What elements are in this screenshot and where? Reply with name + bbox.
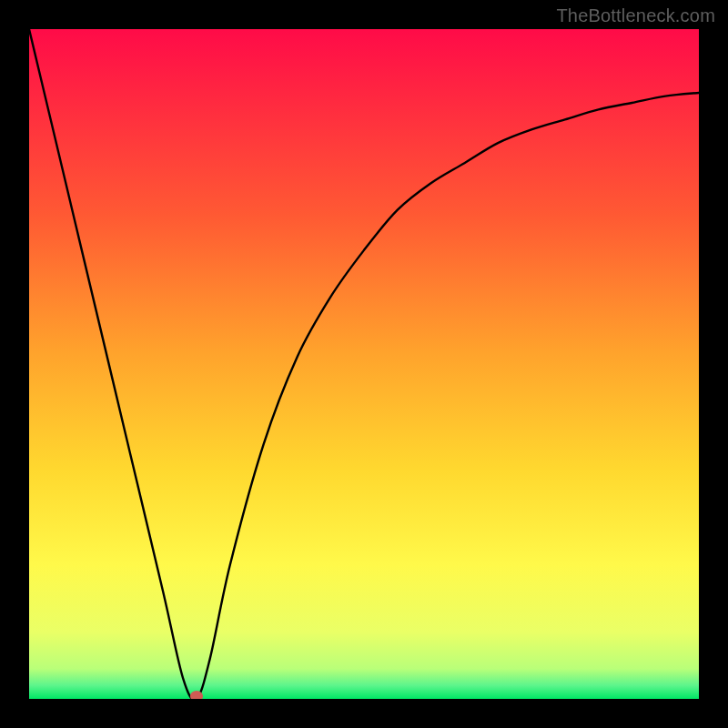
optimal-point-marker	[190, 691, 203, 699]
chart-frame: TheBottleneck.com	[0, 0, 728, 728]
watermark-label: TheBottleneck.com	[556, 5, 715, 26]
plot-area	[29, 29, 699, 699]
bottleneck-curve	[29, 29, 699, 699]
